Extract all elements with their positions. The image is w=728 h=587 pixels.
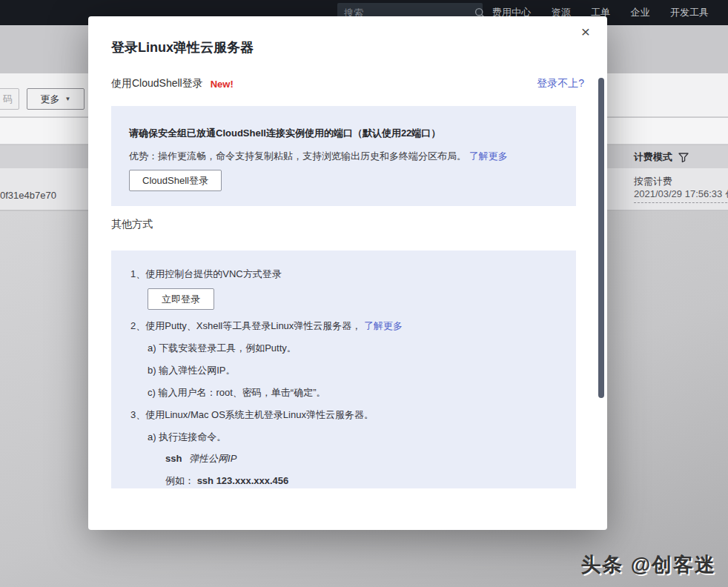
putty-step-c: c) 输入用户名：root、密码，单击“确定”。 bbox=[148, 386, 326, 399]
advantage-label: 优势：操作更流畅，命令支持复制粘贴，支持浏览输出历史和多终端分区布局。 bbox=[129, 150, 466, 162]
vnc-login-button[interactable]: 立即登录 bbox=[148, 288, 214, 310]
more-label: 更多 bbox=[41, 93, 60, 106]
ssh-command-argument: 弹性公网IP bbox=[189, 453, 236, 464]
putty-learn-more-link[interactable]: 了解更多 bbox=[364, 320, 403, 331]
linux-mac-method-item: 3、使用Linux/Mac OS系统主机登录Linux弹性云服务器。 bbox=[130, 408, 374, 422]
billing-mode-column-header: 计费模式 bbox=[634, 150, 689, 164]
reset-password-button-fragment[interactable]: 码 bbox=[0, 88, 19, 110]
ssh-example-label: 例如： bbox=[165, 475, 194, 486]
ssh-example-command: ssh 123.xxx.xxx.456 bbox=[197, 475, 289, 486]
new-badge: New! bbox=[211, 79, 234, 90]
billing-mode-value: 按需计费 bbox=[634, 175, 672, 188]
cloudshell-login-button[interactable]: CloudShell登录 bbox=[129, 170, 222, 191]
cloudshell-section-header: 使用CloudShell登录 New! 登录不上? bbox=[111, 76, 584, 91]
nav-enterprise[interactable]: 企业 bbox=[631, 6, 650, 19]
putty-method-label: 2、使用Putty、Xshell等工具登录Linux弹性云服务器， bbox=[130, 320, 361, 331]
security-group-notice: 请确保安全组已放通CloudShell连接实例使用的端口（默认使用22端口） bbox=[129, 127, 440, 140]
ssh-command-prefix: ssh bbox=[165, 453, 182, 464]
more-button[interactable]: 更多 ▼ bbox=[27, 88, 85, 110]
ssh-example-line: 例如： ssh 123.xxx.xxx.456 bbox=[165, 474, 288, 488]
server-id-fragment: 0f31e4b7e70 bbox=[0, 190, 56, 201]
billing-mode-header-label: 计费模式 bbox=[634, 150, 672, 164]
advantage-text: 优势：操作更流畅，命令支持复制粘贴，支持浏览输出历史和多终端分区布局。 了解更多 bbox=[129, 150, 508, 163]
dialog-scrollbar-thumb[interactable] bbox=[598, 78, 604, 398]
learn-more-link[interactable]: 了解更多 bbox=[469, 150, 508, 162]
putty-step-b: b) 输入弹性公网IP。 bbox=[148, 364, 235, 377]
login-linux-server-dialog: × 登录Linux弹性云服务器 使用CloudShell登录 New! 登录不上… bbox=[88, 16, 607, 530]
billing-created-time[interactable]: 2021/03/29 17:56:33 创 bbox=[634, 188, 728, 203]
ssh-command-line: ssh 弹性公网IP bbox=[165, 452, 236, 465]
putty-step-a: a) 下载安装登录工具，例如Putty。 bbox=[148, 342, 297, 355]
nav-dev-tools[interactable]: 开发工具 bbox=[670, 6, 709, 19]
cannot-login-link[interactable]: 登录不上? bbox=[537, 77, 584, 90]
dialog-title: 登录Linux弹性云服务器 bbox=[111, 39, 254, 56]
putty-method-item: 2、使用Putty、Xshell等工具登录Linux弹性云服务器， 了解更多 bbox=[130, 319, 403, 333]
reset-password-label: 码 bbox=[3, 93, 13, 106]
chevron-down-icon: ▼ bbox=[65, 96, 71, 102]
linux-mac-step-a: a) 执行连接命令。 bbox=[148, 431, 226, 444]
filter-icon[interactable] bbox=[678, 153, 689, 162]
other-methods-title: 其他方式 bbox=[111, 218, 153, 231]
cloudshell-login-label: 使用CloudShell登录 bbox=[111, 77, 203, 90]
close-icon[interactable]: × bbox=[576, 22, 595, 42]
watermark-text: 头条 @创客迷 bbox=[580, 551, 716, 578]
other-methods-panel: 1、使用控制台提供的VNC方式登录 立即登录 2、使用Putty、Xshell等… bbox=[111, 251, 576, 488]
screen: 费用中心 资源 工单 企业 开发工具 码 更多 ▼ 计费模式 0f31e4b7e… bbox=[0, 0, 728, 587]
cloudshell-info-panel: 请确保安全组已放通CloudShell连接实例使用的端口（默认使用22端口） 优… bbox=[111, 106, 576, 206]
vnc-method-item: 1、使用控制台提供的VNC方式登录 bbox=[130, 268, 282, 281]
